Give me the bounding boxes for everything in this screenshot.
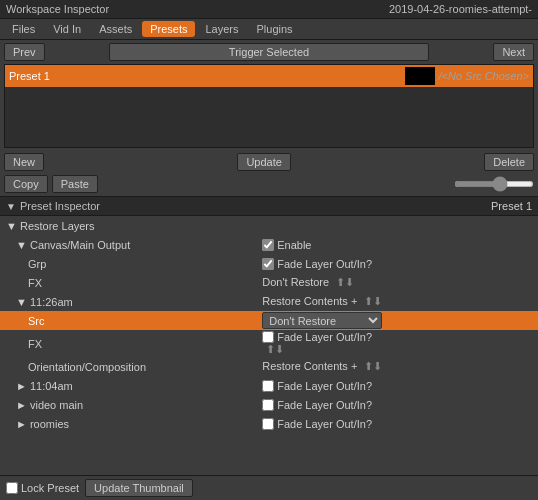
section-arrow: ▼: [6, 201, 16, 212]
checkbox-label-enable: Enable: [277, 239, 311, 251]
row-label-1: ▼ Canvas/Main Output: [0, 235, 258, 254]
row-label-9: ► video main: [0, 395, 258, 414]
row-label-8: ► 11:04am: [0, 376, 258, 395]
row-label-10: ► roomies: [0, 414, 258, 433]
preset-src-1: /<No Src Chosen>: [439, 70, 530, 82]
row-control-10[interactable]: Fade Layer Out/In?: [258, 414, 538, 433]
row-control-6[interactable]: Fade Layer Out/In? ⬆⬇: [258, 330, 538, 357]
checkbox-enable[interactable]: [262, 239, 274, 251]
checkbox-label-1104: Fade Layer Out/In?: [277, 380, 372, 392]
title-bar: Workspace Inspector 2019-04-26-roomies-a…: [0, 0, 538, 19]
row-label-3: FX: [0, 273, 258, 292]
row-label-4: ▼ 11:26am: [0, 292, 258, 311]
fx-value: Don't Restore: [262, 276, 329, 288]
inspector-row-0: ▼ Restore Layers: [0, 216, 538, 235]
inspector-table: ▼ Restore Layers ▼ Canvas/Main Output En…: [0, 216, 538, 436]
row-control-7: Restore Contents + ⬆⬇: [258, 357, 538, 376]
row-control-4: Restore Contents + ⬆⬇: [258, 292, 538, 311]
checkbox-label-grp: Fade Layer Out/In?: [277, 258, 372, 270]
row-control-5[interactable]: Don't Restore: [258, 311, 538, 330]
inspector-row-8: ► 11:04am Fade Layer Out/In?: [0, 376, 538, 395]
tab-layers[interactable]: Layers: [197, 21, 246, 37]
lock-preset-label[interactable]: Lock Preset: [6, 482, 79, 494]
inspector-row-1: ▼ Canvas/Main Output Enable: [0, 235, 538, 254]
inspector-row-11: ► roomies-2 Fade Layer Out/In?: [0, 433, 538, 436]
checkbox-fx2[interactable]: [262, 331, 274, 343]
section-title: Preset Inspector: [20, 200, 100, 212]
lock-preset-text: Lock Preset: [21, 482, 79, 494]
thumbnail-slider[interactable]: [454, 181, 534, 187]
toolbar-row: Prev Trigger Selected Next: [0, 40, 538, 64]
inspector-row-10: ► roomies Fade Layer Out/In?: [0, 414, 538, 433]
src-select[interactable]: Don't Restore: [262, 312, 382, 329]
row-control-0: [258, 216, 538, 235]
inspector-row-4: ▼ 11:26am Restore Contents + ⬆⬇: [0, 292, 538, 311]
preset-inspector-label: Preset 1: [491, 200, 532, 212]
row-label-11: ► roomies-2: [0, 433, 258, 436]
footer-bar: Lock Preset Update Thumbnail: [0, 475, 538, 500]
row-control-2[interactable]: Fade Layer Out/In?: [258, 254, 538, 273]
tab-presets[interactable]: Presets: [142, 21, 195, 37]
app-title: Workspace Inspector: [6, 3, 109, 15]
tab-assets[interactable]: Assets: [91, 21, 140, 37]
row-control-9[interactable]: Fade Layer Out/In?: [258, 395, 538, 414]
copy-button[interactable]: Copy: [4, 175, 48, 193]
inspector-row-7: Orientation/Composition Restore Contents…: [0, 357, 538, 376]
preset-list-area: Preset 1 /<No Src Chosen>: [4, 64, 534, 148]
orient-value: Restore Contents +: [262, 360, 357, 372]
inspector-row-9: ► video main Fade Layer Out/In?: [0, 395, 538, 414]
row-label-7: Orientation/Composition: [0, 357, 258, 376]
update-thumbnail-button[interactable]: Update Thumbnail: [85, 479, 193, 497]
prev-button[interactable]: Prev: [4, 43, 45, 61]
inspector-row-3: FX Don't Restore ⬆⬇: [0, 273, 538, 292]
tab-plugins[interactable]: Plugins: [249, 21, 301, 37]
checkbox-label-roomies: Fade Layer Out/In?: [277, 418, 372, 430]
checkbox-videomain[interactable]: [262, 399, 274, 411]
preset-name-1: Preset 1: [9, 70, 405, 82]
bottom-toolbar: New Update Delete: [0, 150, 538, 174]
checkbox-label-fx2: Fade Layer Out/In?: [277, 331, 372, 343]
inspector-row-6: FX Fade Layer Out/In? ⬆⬇: [0, 330, 538, 357]
preset-empty-area: [5, 87, 533, 147]
delete-button[interactable]: Delete: [484, 153, 534, 171]
workspace-inspector: Prev Trigger Selected Next Preset 1 /<No…: [0, 40, 538, 196]
time-value: Restore Contents +: [262, 295, 357, 307]
trigger-selected-button[interactable]: Trigger Selected: [109, 43, 430, 61]
checkbox-1104[interactable]: [262, 380, 274, 392]
row-label-0: ▼ Restore Layers: [0, 216, 258, 235]
tab-bar: Files Vid In Assets Presets Layers Plugi…: [0, 19, 538, 40]
row-label-6: FX: [0, 330, 258, 357]
inspector-row-5: Src Don't Restore: [0, 311, 538, 330]
update-button[interactable]: Update: [237, 153, 290, 171]
preset-inspector: ▼ Restore Layers ▼ Canvas/Main Output En…: [0, 216, 538, 436]
lock-preset-checkbox[interactable]: [6, 482, 18, 494]
timestamp: 2019-04-26-roomies-attempt-: [389, 3, 532, 15]
row-label-2: Grp: [0, 254, 258, 273]
row-label-5: Src: [0, 311, 258, 330]
preset-inspector-header: ▼ Preset Inspector Preset 1: [0, 196, 538, 216]
checkbox-grp[interactable]: [262, 258, 274, 270]
preset-row-1[interactable]: Preset 1 /<No Src Chosen>: [5, 65, 533, 87]
checkbox-roomies[interactable]: [262, 418, 274, 430]
paste-button[interactable]: Paste: [52, 175, 98, 193]
row-control-8[interactable]: Fade Layer Out/In?: [258, 376, 538, 395]
row-control-1[interactable]: Enable: [258, 235, 538, 254]
next-button[interactable]: Next: [493, 43, 534, 61]
fx2-arrows[interactable]: ⬆⬇: [266, 343, 284, 355]
color-swatch: [405, 67, 435, 85]
orient-arrows[interactable]: ⬆⬇: [364, 360, 382, 372]
fx-arrows[interactable]: ⬆⬇: [336, 276, 354, 288]
tab-files[interactable]: Files: [4, 21, 43, 37]
new-button[interactable]: New: [4, 153, 44, 171]
tab-vidin[interactable]: Vid In: [45, 21, 89, 37]
checkbox-label-videomain: Fade Layer Out/In?: [277, 399, 372, 411]
row-control-11[interactable]: Fade Layer Out/In?: [258, 433, 538, 436]
time-arrows[interactable]: ⬆⬇: [364, 295, 382, 307]
inspector-row-2: Grp Fade Layer Out/In?: [0, 254, 538, 273]
slider-row: Copy Paste: [0, 174, 538, 196]
row-control-3: Don't Restore ⬆⬇: [258, 273, 538, 292]
